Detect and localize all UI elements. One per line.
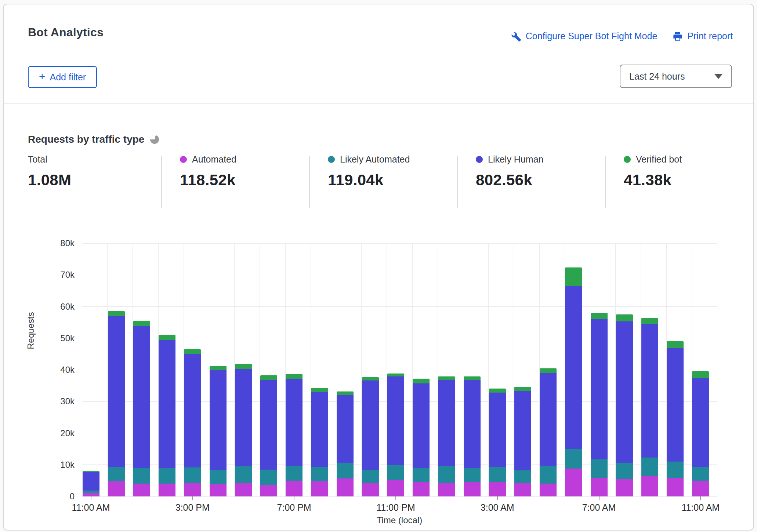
- segment-automated: [83, 493, 99, 496]
- segment-likely-automated: [159, 468, 175, 483]
- segment-likely-human: [133, 326, 150, 468]
- time-range-select[interactable]: Last 24 hours: [620, 65, 732, 88]
- segment-likely-human: [438, 380, 455, 466]
- y-tick-label: 50k: [30, 333, 75, 343]
- segment-likely-automated: [108, 467, 125, 481]
- bar-1-00-am[interactable]: [438, 376, 455, 496]
- segment-likely-human: [210, 370, 227, 470]
- stat-likely-automated: Likely Automated119.04k: [328, 154, 471, 189]
- bar-4-00-pm[interactable]: [210, 366, 227, 496]
- segment-verified-bot: [362, 377, 379, 380]
- segment-likely-human: [667, 348, 684, 462]
- segment-automated: [159, 484, 175, 496]
- bar-3-00-pm[interactable]: [184, 349, 201, 496]
- y-tick-label: 60k: [30, 302, 75, 312]
- segment-likely-human: [413, 383, 430, 468]
- segment-automated: [565, 469, 582, 496]
- segment-verified-bot: [159, 335, 175, 340]
- segment-automated: [108, 481, 125, 496]
- segment-likely-automated: [692, 467, 709, 481]
- configure-super-bot-fight-mode-link[interactable]: Configure Super Bot Fight Mode: [511, 31, 658, 41]
- segment-verified-bot: [210, 366, 227, 370]
- segment-likely-automated: [387, 465, 404, 480]
- add-filter-button[interactable]: + Add filter: [28, 66, 97, 88]
- bar-12-00-pm[interactable]: [108, 311, 125, 496]
- segment-likely-human: [616, 321, 633, 463]
- bar-8-00-am[interactable]: [616, 314, 633, 496]
- bar-7-00-pm[interactable]: [286, 374, 303, 496]
- traffic-type-stats: Total1.08MAutomated118.52kLikely Automat…: [4, 154, 753, 209]
- bar-11-00-pm[interactable]: [387, 374, 404, 497]
- segment-verified-bot: [489, 389, 506, 393]
- stat-divider: [457, 156, 458, 208]
- segment-verified-bot: [438, 376, 455, 380]
- bar-10-00-am[interactable]: [667, 341, 684, 496]
- x-tick-label: 11:00 AM: [656, 502, 745, 513]
- bar-8-00-pm[interactable]: [311, 388, 328, 496]
- bar-6-00-am[interactable]: [565, 267, 582, 496]
- analytics-card: Bot Analytics Configure Super Bot Fight …: [3, 4, 754, 531]
- segment-verified-bot: [692, 371, 709, 378]
- bar-2-00-am[interactable]: [464, 376, 481, 496]
- bar-2-00-pm[interactable]: [159, 335, 175, 496]
- bar-5-00-pm[interactable]: [235, 364, 252, 496]
- x-tick-label: 11:00 AM: [47, 502, 135, 513]
- segment-likely-automated: [464, 468, 481, 482]
- segment-likely-automated: [591, 459, 608, 478]
- segment-likely-automated: [616, 463, 633, 479]
- bar-9-00-pm[interactable]: [337, 391, 354, 496]
- bar-11-00-am[interactable]: [692, 371, 709, 496]
- segment-automated: [591, 478, 608, 496]
- segment-automated: [540, 484, 557, 496]
- segment-likely-human: [362, 380, 379, 470]
- bar-11-00-am[interactable]: [83, 471, 99, 496]
- segment-likely-human: [489, 393, 506, 467]
- plus-icon: +: [39, 71, 46, 82]
- bar-10-00-pm[interactable]: [362, 377, 379, 496]
- bar-3-00-am[interactable]: [489, 389, 506, 496]
- segment-automated: [641, 476, 658, 496]
- segment-verified-bot: [616, 314, 633, 321]
- bar-12-00-am[interactable]: [413, 379, 430, 496]
- segment-likely-automated: [210, 470, 227, 484]
- printer-icon: [673, 31, 683, 41]
- segment-likely-automated: [489, 467, 506, 482]
- legend-dot: [476, 156, 483, 163]
- segment-verified-bot: [260, 375, 277, 380]
- segment-likely-automated: [667, 462, 684, 478]
- segment-likely-automated: [438, 466, 455, 483]
- bar-4-00-am[interactable]: [514, 387, 531, 496]
- segment-automated: [387, 480, 404, 496]
- chevron-down-icon: [714, 74, 722, 79]
- bar-5-00-am[interactable]: [540, 368, 557, 496]
- segment-verified-bot: [286, 374, 303, 379]
- segment-likely-human: [108, 316, 125, 467]
- x-axis-title: Time (local): [82, 515, 717, 525]
- stat-verified-bot: Verified bot41.38k: [624, 154, 757, 189]
- bar-7-00-am[interactable]: [591, 313, 608, 496]
- print-report-link[interactable]: Print report: [673, 31, 733, 41]
- segment-likely-automated: [337, 463, 354, 478]
- y-tick-label: 30k: [30, 396, 75, 407]
- bar-1-00-pm[interactable]: [133, 321, 150, 496]
- section-title-row: Requests by traffic type: [28, 134, 159, 145]
- h-gridline: [82, 243, 717, 244]
- bar-6-00-pm[interactable]: [260, 375, 277, 496]
- header-actions: Configure Super Bot Fight Mode Print rep…: [511, 31, 733, 41]
- segment-verified-bot: [565, 267, 582, 285]
- segment-verified-bot: [108, 311, 125, 316]
- segment-likely-human: [83, 472, 99, 491]
- stat-automated: Automated118.52k: [180, 154, 323, 189]
- segment-automated: [464, 482, 481, 496]
- segment-likely-human: [286, 379, 303, 466]
- stat-value: 802.56k: [476, 171, 619, 189]
- legend-dot: [180, 156, 187, 163]
- card-header: Bot Analytics Configure Super Bot Fight …: [4, 4, 753, 103]
- segment-likely-human: [184, 354, 201, 467]
- segment-automated: [210, 484, 227, 497]
- legend-dot: [328, 156, 335, 163]
- bar-9-00-am[interactable]: [641, 318, 658, 496]
- x-tick: [91, 496, 91, 500]
- stat-likely-human: Likely Human802.56k: [476, 154, 619, 189]
- segment-automated: [260, 485, 277, 496]
